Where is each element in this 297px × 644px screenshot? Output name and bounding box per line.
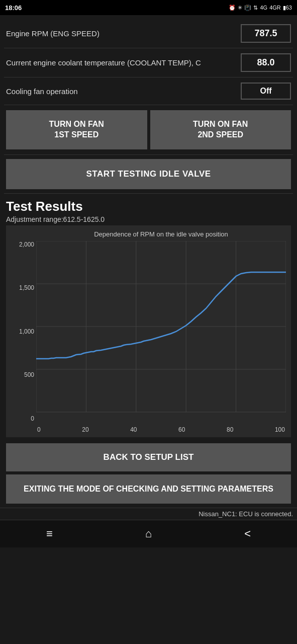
menu-icon[interactable]: ≡ [36,522,63,545]
cooling-fan-row: Cooling fan operation Off [4,77,293,105]
x-label-20: 20 [82,426,88,433]
engine-rpm-row: Engine RPM (ENG SPEED) 787.5 [4,19,293,48]
x-axis: 0 20 40 60 80 100 [36,426,286,433]
network-4g: 4G [260,5,267,11]
back-to-setup-button[interactable]: BACK TO SETUP LIST [6,443,291,471]
fan-buttons-container: TURN ON FAN1ST SPEED TURN ON FAN2ND SPEE… [4,105,293,155]
nav-bar: ≡ ⌂ < [0,520,297,547]
start-testing-container: START TESTING IDLE VALVE [4,155,293,194]
chart-svg [36,241,286,422]
exit-mode-button[interactable]: EXITING THE MODE OF CHECKING AND SETTING… [6,474,291,504]
status-icons: ⏰ ✳ 📳 ⇅ 4G 4GR ▮63 [229,5,292,11]
adjustment-range: Adjustment range:612.5-1625.0 [6,215,291,223]
start-testing-button[interactable]: START TESTING IDLE VALVE [6,159,291,189]
y-label-1500: 1,500 [9,284,34,291]
back-icon[interactable]: < [234,522,261,545]
vibrate-icon: 📳 [244,5,251,11]
test-results-section: Test Results Adjustment range:612.5-1625… [4,194,293,437]
bottom-buttons: BACK TO SETUP LIST EXITING THE MODE OF C… [4,439,293,508]
x-label-60: 60 [178,426,185,433]
y-label-2000: 2,000 [9,241,34,248]
engine-rpm-value: 787.5 [241,24,291,43]
status-bar: 18:06 ⏰ ✳ 📳 ⇅ 4G 4GR ▮63 [0,0,297,15]
test-results-title: Test Results [6,199,291,214]
status-connected: Nissan_NC1: ECU is connected. [0,508,297,520]
wifi-icon: ⇅ [253,5,258,11]
x-label-100: 100 [275,426,285,433]
x-label-80: 80 [227,426,233,433]
x-label-0: 0 [37,426,41,433]
y-label-0: 0 [9,415,34,422]
chart-area: 2,000 1,500 1,000 500 0 [36,241,286,422]
chart-title: Dependence of RPM on the idle valve posi… [36,230,286,238]
turn-on-fan-2nd-button[interactable]: TURN ON FAN2ND SPEED [150,110,291,149]
cooling-fan-label: Cooling fan operation [6,87,241,96]
bluetooth-icon: ✳ [238,5,242,11]
home-icon[interactable]: ⌂ [135,522,162,545]
chart-container: Dependence of RPM on the idle valve posi… [6,225,291,437]
main-content: Engine RPM (ENG SPEED) 787.5 Current eng… [0,15,297,508]
coolant-temp-label: Current engine coolant temperature (COOL… [6,58,241,67]
battery-icon: ▮63 [283,5,292,11]
network-4gr: 4GR [269,5,281,11]
engine-rpm-label: Engine RPM (ENG SPEED) [6,29,241,38]
y-label-500: 500 [9,371,34,378]
turn-on-fan-1st-button[interactable]: TURN ON FAN1ST SPEED [6,110,147,149]
x-label-40: 40 [130,426,137,433]
alarm-icon: ⏰ [229,5,236,11]
coolant-temp-row: Current engine coolant temperature (COOL… [4,48,293,77]
cooling-fan-value: Off [241,83,291,100]
coolant-temp-value: 88.0 [241,53,291,72]
status-time: 18:06 [5,4,22,12]
y-label-1000: 1,000 [9,328,34,335]
y-axis: 2,000 1,500 1,000 500 0 [9,241,34,422]
